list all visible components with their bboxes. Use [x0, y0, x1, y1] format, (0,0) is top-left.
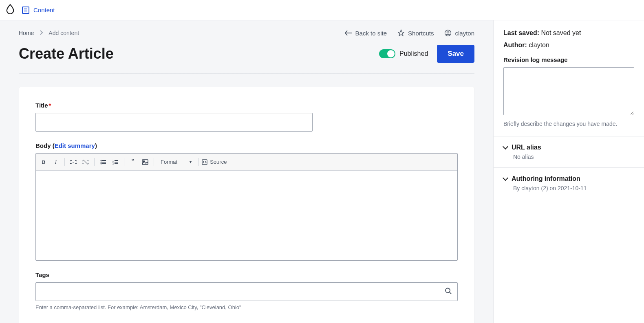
body-label: Body (Edit summary) [35, 142, 458, 149]
format-dropdown[interactable]: Format ▾ [157, 159, 195, 165]
drupal-logo-icon [6, 4, 15, 16]
sidebar: Last saved: Not saved yet Author: clayto… [493, 20, 644, 323]
italic-button[interactable]: I [51, 157, 61, 167]
arrow-left-icon [345, 29, 352, 37]
svg-point-3 [101, 160, 102, 161]
svg-rect-14 [115, 163, 118, 164]
link-button[interactable] [68, 157, 79, 167]
breadcrumb: Home Add content [19, 30, 79, 36]
user-menu[interactable]: clayton [444, 29, 474, 37]
svg-rect-6 [102, 162, 106, 163]
svg-point-18 [446, 288, 450, 293]
revision-log-label: Revision log message [503, 56, 634, 63]
title-label: Title* [35, 102, 458, 109]
content-nav-link[interactable]: Content [22, 7, 55, 14]
svg-point-5 [101, 161, 102, 163]
chevron-down-icon [503, 175, 508, 181]
author: Author: clayton [503, 42, 634, 49]
svg-line-19 [450, 292, 451, 294]
breadcrumb-current: Add content [49, 30, 79, 36]
svg-marker-0 [398, 30, 404, 36]
tags-label: Tags [35, 271, 458, 278]
published-label: Published [399, 50, 428, 57]
blockquote-button[interactable]: ” [128, 157, 138, 167]
shortcuts-link[interactable]: Shortcuts [397, 29, 434, 37]
page-title: Create Article [19, 45, 114, 62]
editor-toolbar: B I 123 [36, 154, 457, 171]
search-icon [445, 288, 452, 296]
form-card: Title* Body (Edit summary) B I [19, 87, 474, 323]
revision-log-textarea[interactable] [503, 67, 634, 115]
svg-point-2 [447, 31, 449, 33]
chevron-down-icon: ▾ [190, 160, 192, 164]
published-toggle[interactable] [379, 49, 395, 58]
content-nav-label: Content [33, 7, 55, 13]
svg-text:3: 3 [112, 163, 114, 165]
numbered-list-button[interactable]: 123 [110, 157, 121, 167]
edit-summary-link[interactable]: Edit summary [55, 142, 95, 149]
image-button[interactable] [140, 157, 150, 167]
tags-help-text: Enter a comma-separated list. For exampl… [35, 304, 458, 310]
bold-button[interactable]: B [38, 157, 49, 167]
svg-rect-8 [102, 163, 106, 164]
url-alias-value: No alias [513, 154, 634, 160]
topbar: Content [0, 0, 644, 20]
title-input[interactable] [35, 113, 313, 132]
tags-input[interactable] [35, 282, 458, 301]
back-to-site-link[interactable]: Back to site [345, 29, 387, 37]
svg-rect-4 [102, 160, 106, 161]
breadcrumb-home[interactable]: Home [19, 30, 34, 36]
body-textarea[interactable] [36, 171, 457, 260]
last-saved: Last saved: Not saved yet [503, 29, 634, 37]
chevron-down-icon [503, 144, 508, 149]
revision-log-help: Briefly describe the changes you have ma… [503, 121, 634, 127]
save-button[interactable]: Save [437, 45, 474, 63]
source-button[interactable]: Source [202, 159, 227, 165]
svg-point-7 [101, 163, 102, 164]
svg-rect-12 [115, 162, 118, 163]
authoring-info-value: By clayton (2) on 2021-10-11 [513, 185, 634, 191]
chevron-right-icon [40, 30, 43, 36]
unlink-button[interactable] [80, 157, 91, 167]
bullet-list-button[interactable] [98, 157, 108, 167]
user-icon [444, 29, 452, 37]
svg-rect-10 [115, 160, 118, 161]
star-icon [397, 29, 405, 37]
authoring-info-accordion[interactable]: Authoring information By clayton (2) on … [494, 168, 644, 199]
url-alias-accordion[interactable]: URL alias No alias [494, 136, 644, 168]
body-editor: B I 123 [35, 153, 458, 261]
document-icon [22, 7, 29, 14]
